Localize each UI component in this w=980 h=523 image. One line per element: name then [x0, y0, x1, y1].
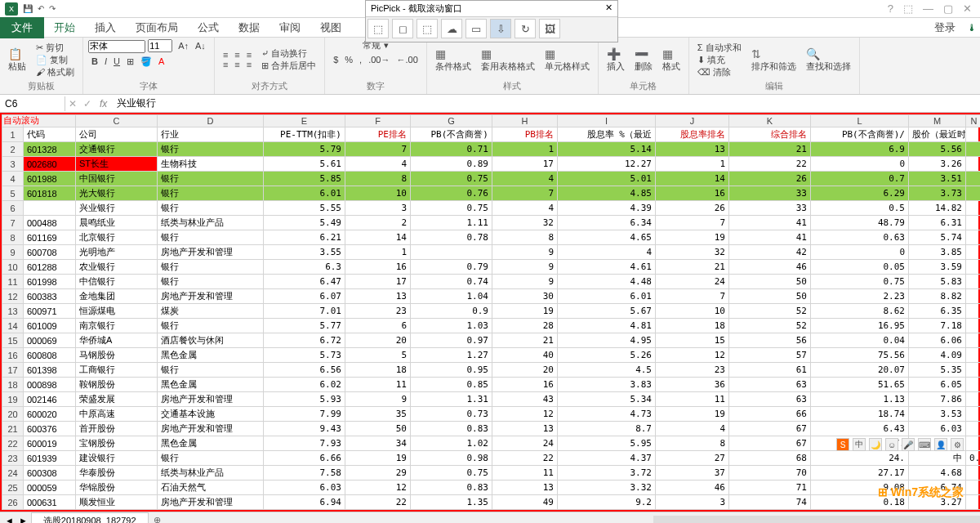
ime-smile-icon[interactable]: ☺ — [885, 438, 898, 451]
table-format-button[interactable]: ▦套用表格格式 — [478, 47, 538, 73]
table-row[interactable]: 6兴业银行银行5.5530.7544.3926330.514.82 — [2, 201, 981, 216]
fill-button[interactable]: ⬇ 填充 — [694, 54, 745, 66]
column-headers[interactable]: CDEFGHIJKLMNO — [2, 115, 981, 127]
table-row[interactable]: 21600376首开股份房地产开发和管理9.43500.83138.74676.… — [2, 422, 981, 436]
tab-formula[interactable]: 公式 — [188, 17, 229, 38]
table-row[interactable]: 19002146荣盛发展房地产开发和管理5.9391.31435.3411631… — [2, 392, 981, 407]
accounting-icon[interactable]: $ — [330, 55, 341, 65]
help-icon[interactable]: ? — [888, 2, 893, 15]
align-bot-icon[interactable]: ≡ — [243, 50, 255, 60]
table-row[interactable]: 14601009南京银行银行5.7761.03284.81185216.957.… — [2, 319, 981, 333]
window-controls[interactable]: ? ⬚ — ▢ ✕ — [888, 2, 972, 15]
ime-person-icon[interactable]: 👤 — [934, 438, 947, 451]
align-right-icon[interactable]: ≡ — [243, 60, 255, 69]
name-box[interactable]: C6 — [0, 96, 65, 111]
align-top-icon[interactable]: ≡ — [220, 50, 231, 60]
table-row[interactable]: 12600383金地集团房地产开发和管理6.07131.04306.017502… — [2, 289, 981, 304]
close-icon[interactable]: ✕ — [963, 2, 972, 15]
table-row[interactable]: 10601288农业银行银行6.3160.7994.6121460.053.59 — [2, 260, 981, 275]
login-link[interactable]: 登录 — [934, 20, 956, 35]
ime-cn-icon[interactable]: 中 — [853, 438, 866, 451]
fill-color-button[interactable]: 🪣 — [137, 56, 155, 66]
ribbon-min-icon[interactable]: ⬚ — [903, 2, 913, 15]
picpick-window-icon[interactable]: ◻ — [392, 19, 413, 38]
picpick-freehand-icon[interactable]: ☁ — [441, 19, 462, 38]
font-color-button[interactable]: A — [155, 56, 167, 66]
table-row[interactable]: 26000631顺发恒业房地产开发和管理6.94221.35499.23740.… — [2, 495, 981, 510]
redo-icon[interactable]: ↷ — [49, 4, 56, 13]
undo-icon[interactable]: ↶ — [38, 4, 44, 13]
tab-home[interactable]: 开始 — [44, 17, 85, 38]
ime-keyboard-icon[interactable]: ⌨ — [918, 438, 931, 451]
table-row[interactable]: 9600708光明地产房地产开发和管理3.55194324203.85 — [2, 245, 981, 260]
table-row[interactable]: 25000059华锦股份石油天然气6.03120.83133.3246719.0… — [2, 481, 981, 495]
table-row[interactable]: 22600019宝钢股份黑色金属7.93341.02245.9586757. — [2, 436, 981, 451]
table-row[interactable]: 15000069华侨城A酒店餐饮与休闲6.72200.97214.9515560… — [2, 333, 981, 348]
picpick-fullscreen-icon[interactable]: ⬚ — [368, 19, 389, 38]
table-row[interactable]: 7000488晨鸣纸业纸类与林业产品5.4921.11326.3474148.7… — [2, 216, 981, 230]
sort-filter-button[interactable]: ⇅排序和筛选 — [748, 47, 800, 73]
merge-center-button[interactable]: ⊞ 合并后居中 — [258, 60, 319, 72]
increase-font-icon[interactable]: A↑ — [175, 41, 192, 51]
table-row[interactable]: 17601398工商银行银行6.56180.95204.5236120.075.… — [2, 363, 981, 378]
table-row[interactable]: 18000898鞍钢股份黑色金属6.02110.85163.83366351.6… — [2, 378, 981, 392]
cancel-formula-icon[interactable]: ✕ — [65, 98, 80, 110]
picpick-region-icon[interactable]: ⬚ — [416, 19, 438, 38]
quick-access-toolbar[interactable]: 💾 ↶ ↷ — [23, 4, 56, 13]
insert-cells-button[interactable]: ➕插入 — [604, 47, 628, 73]
wrap-text-button[interactable]: ⤶ 自动换行 — [258, 47, 319, 60]
tab-data[interactable]: 数据 — [229, 17, 270, 38]
inc-decimal-icon[interactable]: .00→ — [365, 55, 393, 65]
table-row[interactable]: 24600308华泰股份纸类与林业产品7.58290.75113.7237702… — [2, 466, 981, 481]
ime-moon-icon[interactable]: 🌙 — [869, 438, 882, 451]
minimize-icon[interactable]: — — [923, 2, 933, 15]
format-painter-button[interactable]: 🖌 格式刷 — [33, 66, 78, 78]
picpick-scroll-icon[interactable]: ⇩ — [490, 19, 511, 38]
tab-review[interactable]: 审阅 — [270, 17, 310, 38]
percent-icon[interactable]: % — [341, 55, 356, 65]
copy-button[interactable]: 📄 复制 — [33, 54, 78, 66]
table-row[interactable]: 5601818光大银行银行6.01100.7674.8516336.293.73 — [2, 186, 981, 201]
delete-cells-button[interactable]: ➖删除 — [631, 47, 656, 73]
tab-insert[interactable]: 插入 — [85, 17, 126, 38]
align-center-icon[interactable]: ≡ — [231, 60, 243, 69]
picpick-repeat-icon[interactable]: ↻ — [514, 19, 536, 38]
add-sheet-button[interactable]: ⊕ — [154, 515, 161, 523]
table-row[interactable]: 23601939建设银行银行6.66190.98224.37276824.中0. — [2, 451, 981, 466]
font-name-input[interactable] — [88, 40, 145, 53]
ime-s-icon[interactable]: S — [836, 438, 849, 451]
sheet-nav-last-icon[interactable]: ► — [19, 516, 28, 524]
table-row[interactable]: 4601988中国银行银行5.8580.7545.0114260.73.51 — [2, 172, 981, 186]
dec-decimal-icon[interactable]: ←.00 — [393, 55, 421, 65]
table-row[interactable]: 2601328交通银行银行5.7970.7115.1413216.95.56 — [2, 142, 981, 157]
format-cells-button[interactable]: ▦格式 — [659, 47, 684, 73]
table-row[interactable]: 16600808马钢股份黑色金属5.7351.27405.26125775.56… — [2, 348, 981, 363]
underline-button[interactable]: U — [110, 56, 123, 66]
table-row[interactable]: 8601169北京银行银行6.21140.7884.6519410.635.74 — [2, 230, 981, 245]
find-select-button[interactable]: 🔍查找和选择 — [803, 47, 854, 73]
border-button[interactable]: ⊞ — [123, 56, 137, 66]
table-row[interactable]: 20600020中原高速交通基本设施7.99350.73124.73196618… — [2, 407, 981, 422]
font-size-input[interactable] — [148, 39, 172, 52]
paste-button[interactable]: 📋粘贴 — [5, 47, 29, 73]
formula-input[interactable]: 兴业银行 — [112, 95, 980, 112]
clear-button[interactable]: ⌫ 清除 — [694, 66, 745, 78]
cell-style-button[interactable]: ▦单元格样式 — [541, 47, 593, 73]
align-mid-icon[interactable]: ≡ — [231, 50, 243, 60]
accept-formula-icon[interactable]: ✓ — [80, 98, 95, 110]
ime-toolbar[interactable]: S 中 🌙 ☺ 🎤 ⌨ 👤 ⚙ — [836, 438, 964, 451]
tab-view[interactable]: 视图 — [310, 17, 351, 38]
align-left-icon[interactable]: ≡ — [220, 60, 231, 69]
picpick-toolbar[interactable]: PicPick - 截取滚动窗口✕ ⬚ ◻ ⬚ ☁ ▭ ⇩ ↻ 🖼 — [365, 0, 618, 42]
header-row[interactable]: 1 代码公司行业 PE-TTM(扣非)PE排名 PB(不含商誉)PB排名 股息率… — [2, 127, 981, 142]
maximize-icon[interactable]: ▢ — [943, 2, 953, 15]
sheet-nav-first-icon[interactable]: ◄ — [0, 516, 19, 524]
picpick-fixed-icon[interactable]: ▭ — [466, 19, 487, 38]
autosum-button[interactable]: Σ 自动求和 — [694, 42, 745, 54]
cut-button[interactable]: ✂ 剪切 — [33, 42, 78, 54]
table-row[interactable]: 3002680ST长生生物科技5.6140.891712.2712203.26 — [2, 157, 981, 172]
save-icon[interactable]: 💾 — [23, 4, 33, 13]
horizontal-scrollbar[interactable] — [653, 516, 980, 524]
ime-mic-icon[interactable]: 🎤 — [902, 438, 915, 451]
comma-icon[interactable]: , — [356, 55, 365, 65]
